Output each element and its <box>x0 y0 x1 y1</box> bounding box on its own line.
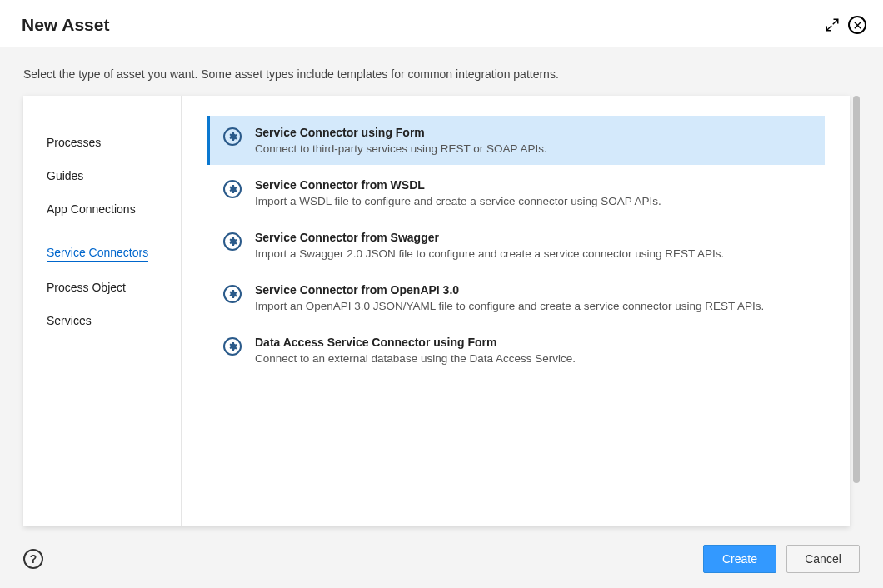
option-title: Data Access Service Connector using Form <box>255 336 576 349</box>
sidebar-item-process-object[interactable]: Process Object <box>47 271 166 304</box>
option-title: Service Connector from WSDL <box>255 178 661 192</box>
sidebar: Processes Guides App Connections Service… <box>23 96 182 526</box>
option-text: Service Connector from Swagger Import a … <box>255 231 724 260</box>
modal-header: New Asset <box>0 0 883 47</box>
option-text: Data Access Service Connector using Form… <box>255 336 576 365</box>
gear-icon <box>223 285 242 303</box>
gear-icon <box>223 232 242 251</box>
cancel-button[interactable]: Cancel <box>786 545 860 573</box>
main-panel: Processes Guides App Connections Service… <box>23 96 850 526</box>
modal-title: New Asset <box>22 15 109 35</box>
intro-text: Select the type of asset you want. Some … <box>0 47 883 96</box>
option-desc: Import an OpenAPI 3.0 JSON/YAML file to … <box>255 300 764 312</box>
option-title: Service Connector from OpenAPI 3.0 <box>255 283 764 296</box>
sidebar-item-processes[interactable]: Processes <box>47 126 166 159</box>
help-icon[interactable]: ? <box>23 549 43 569</box>
panel-wrapper: Processes Guides App Connections Service… <box>23 96 860 526</box>
option-desc: Connect to an external database using th… <box>255 352 576 365</box>
new-asset-modal: New Asset Select the type of asset you w… <box>0 0 883 588</box>
option-text: Service Connector from WSDL Import a WSD… <box>255 178 661 207</box>
option-text: Service Connector from OpenAPI 3.0 Impor… <box>255 283 764 312</box>
create-button[interactable]: Create <box>703 545 776 573</box>
option-service-connector-swagger[interactable]: Service Connector from Swagger Import a … <box>207 221 825 270</box>
option-service-connector-form[interactable]: Service Connector using Form Connect to … <box>207 116 825 165</box>
modal-body: Select the type of asset you want. Some … <box>0 47 883 588</box>
option-title: Service Connector from Swagger <box>255 231 724 244</box>
gear-icon <box>223 180 242 198</box>
sidebar-item-service-connectors[interactable]: Service Connectors <box>47 236 148 262</box>
option-title: Service Connector using Form <box>255 126 547 139</box>
option-text: Service Connector using Form Connect to … <box>255 126 547 155</box>
footer-buttons: Create Cancel <box>703 545 860 573</box>
option-service-connector-wsdl[interactable]: Service Connector from WSDL Import a WSD… <box>207 168 825 217</box>
header-controls <box>825 16 866 34</box>
sidebar-item-services[interactable]: Services <box>47 304 166 337</box>
expand-icon[interactable] <box>825 17 840 32</box>
gear-icon <box>223 337 242 356</box>
sidebar-item-app-connections[interactable]: App Connections <box>47 192 166 226</box>
option-desc: Connect to third-party services using RE… <box>255 142 547 155</box>
option-desc: Import a WSDL file to configure and crea… <box>255 195 661 207</box>
sidebar-item-guides[interactable]: Guides <box>47 159 166 192</box>
scrollbar-thumb[interactable] <box>853 96 860 483</box>
option-data-access-connector[interactable]: Data Access Service Connector using Form… <box>207 326 825 375</box>
modal-footer: ? Create Cancel <box>0 530 883 588</box>
content-area: Service Connector using Form Connect to … <box>182 96 850 526</box>
option-desc: Import a Swagger 2.0 JSON file to config… <box>255 247 724 260</box>
gear-icon <box>223 127 242 146</box>
option-service-connector-openapi[interactable]: Service Connector from OpenAPI 3.0 Impor… <box>207 273 825 322</box>
close-button[interactable] <box>848 16 866 34</box>
